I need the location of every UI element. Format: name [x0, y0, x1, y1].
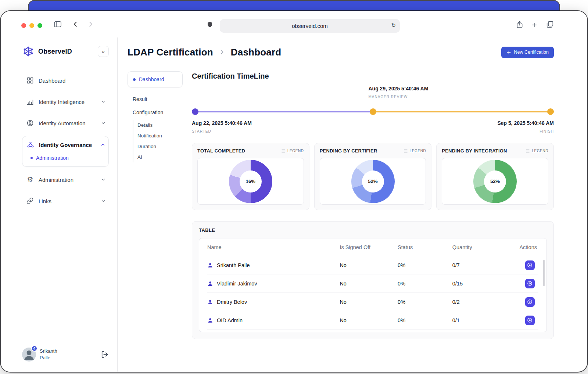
plus-icon — [506, 50, 511, 55]
stat-cards-row: TOTAL COMPLETED LEGEND 16% — [192, 143, 554, 210]
legend-button[interactable]: LEGEND — [404, 149, 426, 153]
subnav-item-label: Dashboard — [139, 76, 164, 82]
observeid-logo-icon — [22, 45, 35, 58]
sidebar-item-identity-automation[interactable]: Identity Automation — [22, 115, 109, 132]
legend-icon — [404, 149, 408, 153]
sidebar-item-administration[interactable]: ⚙ Administration — [22, 171, 109, 188]
sidebar-item-links[interactable]: Links — [22, 193, 109, 209]
new-certification-button[interactable]: New Certification — [501, 47, 554, 58]
collapse-icon: « — [102, 48, 105, 55]
privacy-shield-icon[interactable] — [207, 21, 213, 28]
stat-card-title: TOTAL COMPLETED — [197, 148, 245, 154]
donut-chart-total-completed: 16% — [229, 160, 272, 203]
table-row[interactable]: Dmitry Belov No 0% 0/2 — [207, 293, 538, 311]
timeline-dot-start[interactable] — [192, 108, 198, 115]
share-icon[interactable] — [516, 21, 523, 29]
minimize-window-button[interactable] — [29, 23, 34, 28]
subnav-item-duration[interactable]: Duration — [137, 141, 183, 152]
logout-icon[interactable] — [101, 350, 109, 359]
stat-card-title: PENDING BY CERTIFIER — [320, 148, 377, 154]
tab-overview-icon[interactable] — [546, 21, 554, 28]
donut-center-label: 16% — [246, 179, 255, 184]
subnav-item-result[interactable]: Result — [133, 93, 183, 106]
cell-status: 0% — [398, 317, 452, 323]
chevron-up-icon — [100, 142, 105, 147]
chevron-down-icon — [101, 198, 106, 204]
breadcrumb-parent[interactable]: LDAP Certification — [128, 47, 213, 58]
close-window-button[interactable] — [21, 23, 26, 28]
subnav-item-details[interactable]: Details — [137, 120, 183, 130]
legend-button[interactable]: LEGEND — [526, 149, 548, 153]
active-dot — [133, 78, 136, 81]
table-row[interactable]: Vladimir Jakimov No 0% 0/15 — [207, 274, 538, 293]
subnav-item-ai[interactable]: AI — [137, 152, 183, 162]
sidebar-item-label: Links — [39, 198, 51, 204]
sidebar-item-identity-governance[interactable]: Identity Governance — [22, 136, 108, 153]
browser-window: observeid.com ↻ — [1, 11, 587, 372]
row-download-button[interactable] — [525, 260, 535, 270]
table-row[interactable]: OID Admin No 0% 0/1 — [207, 311, 538, 330]
row-download-button[interactable] — [525, 279, 535, 288]
stat-card-total-completed: TOTAL COMPLETED LEGEND 16% — [192, 143, 309, 210]
avatar[interactable]: 4 — [22, 348, 36, 362]
subnav-item-notification[interactable]: Notification — [137, 130, 183, 141]
sidebar-item-label: Identity Governance — [39, 142, 92, 148]
donut-center-label: 52% — [368, 179, 377, 184]
main-content: LDAP Certification Dashboard New Certifi… — [118, 37, 587, 372]
cell-name: Srikanth Palle — [217, 262, 250, 268]
address-bar[interactable]: observeid.com ↻ — [220, 19, 400, 33]
table-scrollbar[interactable] — [543, 260, 545, 286]
donut-center-label: 52% — [490, 179, 500, 184]
cell-signed-off: No — [340, 317, 398, 323]
cell-status: 0% — [398, 299, 452, 305]
bar-chart-icon — [26, 98, 34, 105]
sidebar-group-identity-governance: Identity Governance Administration — [22, 136, 109, 167]
timeline-dot-finish[interactable] — [547, 108, 554, 115]
timeline-start-event: Aug 22, 2025 5:40:46 AM STARTED — [192, 120, 252, 133]
stat-card-title: PENDING BY INTEGRATION — [442, 148, 507, 154]
sidebar-item-label: Identity Automation — [39, 120, 86, 126]
new-tab-icon[interactable] — [531, 22, 537, 28]
new-certification-label: New Certification — [514, 50, 549, 55]
cell-quantity: 0/1 — [452, 317, 510, 323]
timeline-mid-event: Aug 29, 2025 5:40:46 AM MANAGER REVIEW — [369, 86, 429, 99]
configuration-children: Details Notification Duration AI — [133, 120, 183, 162]
chevron-down-icon — [101, 99, 106, 104]
toolbar-sidebar-icon[interactable] — [54, 21, 62, 28]
gear-icon: ⚙ — [26, 176, 34, 183]
table-row[interactable]: Srikanth Palle No 0% 0/7 — [207, 256, 538, 274]
legend-button[interactable]: LEGEND — [281, 149, 304, 153]
cell-quantity: 0/7 — [452, 262, 510, 268]
cell-signed-off: No — [340, 262, 398, 268]
sidebar-item-administration-sub[interactable]: Administration — [22, 153, 108, 163]
forward-icon[interactable] — [87, 21, 94, 28]
stat-card-pending-by-integration: PENDING BY INTEGRATION LEGEND 52% — [436, 143, 554, 210]
zoom-window-button[interactable] — [37, 23, 42, 28]
table-header-row: Name Is Signed Off Status Quantity Actio… — [207, 238, 538, 256]
refresh-icon[interactable]: ↻ — [391, 22, 396, 29]
row-download-button[interactable] — [525, 297, 535, 307]
cell-name: Dmitry Belov — [217, 299, 247, 305]
sidebar-item-dashboard[interactable]: Dashboard — [22, 72, 109, 89]
subnav-item-configuration[interactable]: Configuration — [133, 106, 183, 119]
breadcrumb-chevron-icon — [219, 49, 225, 55]
cell-name: Vladimir Jakimov — [217, 281, 257, 287]
brand-name: ObserveID — [38, 48, 72, 55]
timeline-dot-manager-review[interactable] — [370, 108, 376, 115]
subnav-item-dashboard[interactable]: Dashboard — [128, 71, 183, 87]
sidebar-collapse-button[interactable]: « — [98, 46, 109, 57]
row-download-button[interactable] — [525, 316, 535, 325]
sidebar-item-identity-inteligence[interactable]: Identity Inteligence — [22, 93, 109, 110]
link-icon — [26, 197, 34, 205]
back-icon[interactable] — [72, 21, 79, 28]
legend-icon — [281, 149, 286, 153]
page-header: LDAP Certification Dashboard New Certifi… — [128, 45, 554, 60]
window-controls — [21, 23, 42, 28]
cell-signed-off: No — [340, 299, 398, 305]
sidebar-nav: Dashboard Identity Inteligence Identi — [22, 72, 109, 209]
column-header-name: Name — [207, 244, 340, 250]
column-header-status: Status — [398, 244, 452, 250]
column-header-quantity: Quantity — [452, 244, 510, 250]
table-card-title: TABLE — [199, 227, 547, 233]
cell-signed-off: No — [340, 281, 398, 287]
